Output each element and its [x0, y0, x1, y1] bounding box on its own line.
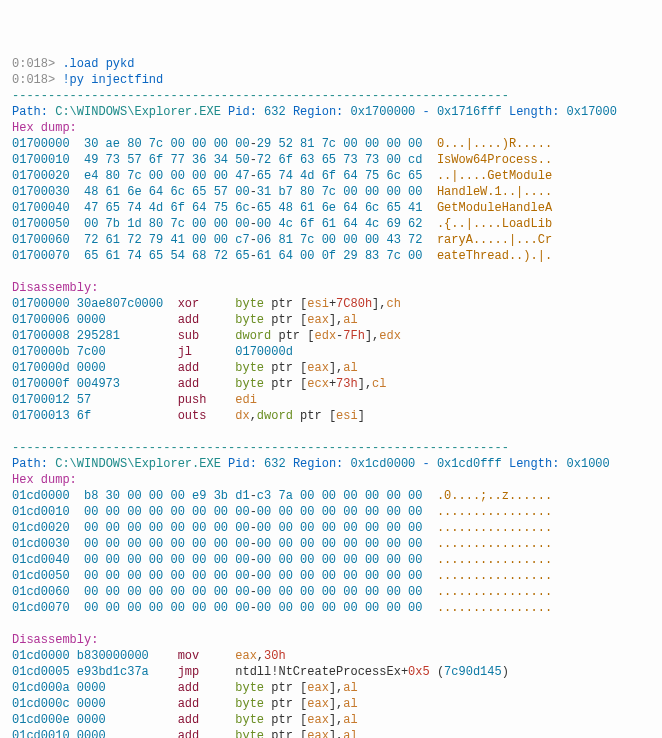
disassembly-label: Disassembly:: [12, 280, 650, 296]
disasm-row: 0170000f 004973 add byte ptr [ecx+73h],c…: [12, 376, 650, 392]
disasm-row: 01cd000a 0000 add byte ptr [eax],al: [12, 680, 650, 696]
disasm-row: 01cd0000 b830000000 mov eax,30h: [12, 648, 650, 664]
disasm-row: 01cd000e 0000 add byte ptr [eax],al: [12, 712, 650, 728]
disasm-row: 0170000b 7c00 jl 0170000d: [12, 344, 650, 360]
hex-row: 01cd0050 00 00 00 00 00 00 00 00-00 00 0…: [12, 568, 650, 584]
hex-row: 01cd0010 00 00 00 00 00 00 00 00-00 00 0…: [12, 504, 650, 520]
disasm-row: 01700012 57 push edi: [12, 392, 650, 408]
disasm-row: 01700000 30ae807c0000 xor byte ptr [esi+…: [12, 296, 650, 312]
separator-rule: ----------------------------------------…: [12, 88, 650, 104]
hex-row: 01cd0020 00 00 00 00 00 00 00 00-00 00 0…: [12, 520, 650, 536]
hex-row: 01cd0070 00 00 00 00 00 00 00 00-00 00 0…: [12, 600, 650, 616]
region-header: Path: C:\WINDOWS\Explorer.EXE Pid: 632 R…: [12, 456, 650, 472]
hex-row: 01700040 47 65 74 4d 6f 64 75 6c-65 48 6…: [12, 200, 650, 216]
hex-row: 01700010 49 73 57 6f 77 36 34 50-72 6f 6…: [12, 152, 650, 168]
disasm-row: 01cd0010 0000 add byte ptr [eax],al: [12, 728, 650, 738]
disasm-row: 01cd000c 0000 add byte ptr [eax],al: [12, 696, 650, 712]
disasm-row: 01700013 6f outs dx,dword ptr [esi]: [12, 408, 650, 424]
debugger-output: 0:018> .load pykd0:018> !py injectfind--…: [12, 56, 650, 738]
separator-rule: ----------------------------------------…: [12, 440, 650, 456]
hex-row: 01700020 e4 80 7c 00 00 00 00 47-65 74 4…: [12, 168, 650, 184]
hex-row: 01cd0060 00 00 00 00 00 00 00 00-00 00 0…: [12, 584, 650, 600]
prompt-line[interactable]: 0:018> !py injectfind: [12, 72, 650, 88]
hex-row: 01700050 00 7b 1d 80 7c 00 00 00-00 4c 6…: [12, 216, 650, 232]
hex-row: 01700030 48 61 6e 64 6c 65 57 00-31 b7 8…: [12, 184, 650, 200]
hex-row: 01cd0040 00 00 00 00 00 00 00 00-00 00 0…: [12, 552, 650, 568]
hex-row: 01700060 72 61 72 79 41 00 00 c7-06 81 7…: [12, 232, 650, 248]
hex-row: 01cd0000 b8 30 00 00 00 e9 3b d1-c3 7a 0…: [12, 488, 650, 504]
hexdump-label: Hex dump:: [12, 472, 650, 488]
disasm-row: 01700006 0000 add byte ptr [eax],al: [12, 312, 650, 328]
hex-row: 01700000 30 ae 80 7c 00 00 00 00-29 52 8…: [12, 136, 650, 152]
hex-row: 01cd0030 00 00 00 00 00 00 00 00-00 00 0…: [12, 536, 650, 552]
hexdump-label: Hex dump:: [12, 120, 650, 136]
disasm-row: 01700008 295281 sub dword ptr [edx-7Fh],…: [12, 328, 650, 344]
hex-row: 01700070 65 61 74 65 54 68 72 65-61 64 0…: [12, 248, 650, 264]
disassembly-label: Disassembly:: [12, 632, 650, 648]
disasm-row: 01cd0005 e93bd1c37a jmp ntdll!NtCreatePr…: [12, 664, 650, 680]
disasm-row: 0170000d 0000 add byte ptr [eax],al: [12, 360, 650, 376]
region-header: Path: C:\WINDOWS\Explorer.EXE Pid: 632 R…: [12, 104, 650, 120]
prompt-line[interactable]: 0:018> .load pykd: [12, 56, 650, 72]
